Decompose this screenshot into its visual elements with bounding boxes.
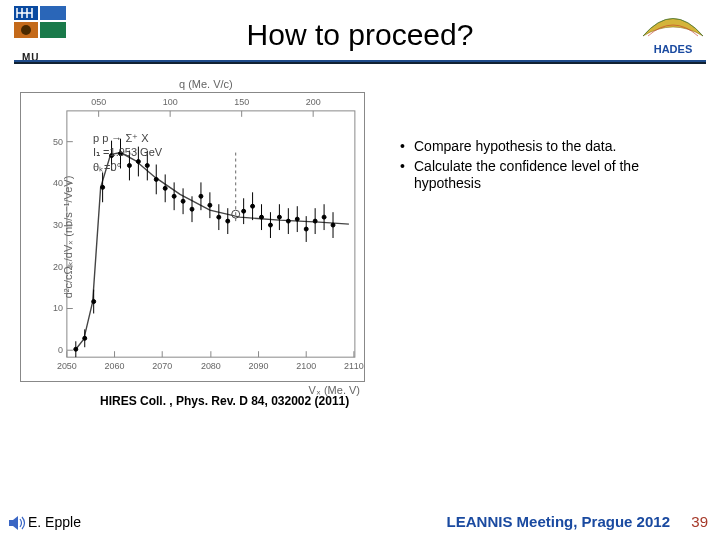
- svg-text:2050: 2050: [57, 361, 77, 371]
- bullet-text: Compare hypothesis to the data.: [414, 138, 700, 156]
- title-underline: [14, 60, 706, 64]
- svg-point-98: [331, 223, 335, 227]
- svg-point-78: [242, 209, 246, 213]
- x-axis-top-label: q (Me. V/c): [179, 78, 233, 90]
- svg-text:2100: 2100: [296, 361, 316, 371]
- svg-point-48: [101, 185, 105, 189]
- bullet-text: Calculate the confidence level of the hy…: [414, 158, 700, 193]
- figure-citation: HIRES Coll. , Phys. Rev. D 84, 032002 (2…: [100, 394, 349, 408]
- bullet-item: • Compare hypothesis to the data.: [400, 138, 700, 156]
- bullet-dot-icon: •: [400, 158, 414, 193]
- svg-point-46: [92, 300, 96, 304]
- svg-point-64: [172, 194, 176, 198]
- svg-text:0: 0: [58, 345, 63, 355]
- meeting-label: LEANNIS Meeting, Prague 2012: [447, 513, 670, 530]
- svg-point-88: [286, 219, 290, 223]
- svg-point-72: [208, 203, 212, 207]
- inset-reaction: p p → Σ⁺ X: [93, 131, 162, 145]
- svg-text:050: 050: [91, 97, 106, 107]
- svg-point-70: [199, 194, 203, 198]
- inset-energy: I₁ =1.953 GeV: [93, 145, 162, 159]
- svg-point-80: [251, 204, 255, 208]
- speaker-icon: [8, 516, 26, 530]
- page-number: 39: [691, 513, 708, 530]
- bullet-list: • Compare hypothesis to the data. • Calc…: [400, 138, 700, 195]
- svg-text:2070: 2070: [152, 361, 172, 371]
- bullet-dot-icon: •: [400, 138, 414, 156]
- svg-point-74: [217, 215, 221, 219]
- footer: E. Epple LEANNIS Meeting, Prague 2012 39: [0, 508, 720, 540]
- svg-text:50: 50: [53, 137, 63, 147]
- svg-point-62: [163, 186, 167, 190]
- inset-angle: θₖ=0°: [93, 160, 162, 174]
- svg-text:150: 150: [234, 97, 249, 107]
- svg-text:2110: 2110: [344, 361, 364, 371]
- svg-point-84: [268, 223, 272, 227]
- header: MU HADES How to proceed?: [0, 0, 720, 72]
- svg-point-86: [277, 215, 281, 219]
- svg-text:2060: 2060: [105, 361, 125, 371]
- svg-text:2080: 2080: [201, 361, 221, 371]
- svg-text:10: 10: [53, 303, 63, 313]
- svg-point-92: [304, 227, 308, 231]
- svg-point-44: [83, 336, 87, 340]
- fit-curve: [76, 153, 349, 350]
- svg-point-42: [74, 347, 78, 351]
- svg-point-76: [226, 219, 230, 223]
- slide-title: How to proceed?: [0, 18, 720, 52]
- chart-figure: q (Me. V/c) Vₓ (Me. V) d²c/cΩₖ/dVₓ (nb/s…: [20, 92, 365, 382]
- svg-point-68: [190, 207, 194, 211]
- author-name: E. Epple: [28, 514, 81, 530]
- svg-point-96: [322, 215, 326, 219]
- svg-point-66: [181, 199, 185, 203]
- svg-point-82: [260, 215, 264, 219]
- svg-text:200: 200: [306, 97, 321, 107]
- svg-text:100: 100: [163, 97, 178, 107]
- plot-inset-labels: p p → Σ⁺ X I₁ =1.953 GeV θₖ=0°: [93, 131, 162, 174]
- svg-text:2090: 2090: [249, 361, 269, 371]
- y-axis-label: d²c/cΩₖ/dVₓ (nb/s⁻¹/VeV): [62, 176, 75, 299]
- bullet-item: • Calculate the confidence level of the …: [400, 158, 700, 193]
- svg-point-90: [295, 217, 299, 221]
- svg-point-94: [313, 219, 317, 223]
- svg-point-60: [154, 177, 158, 181]
